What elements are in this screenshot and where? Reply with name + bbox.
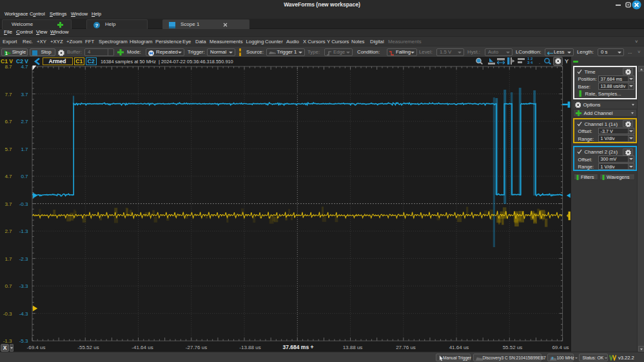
svg-text:2.7: 2.7 [21, 119, 28, 125]
svg-text:-27.76 us: -27.76 us [186, 345, 207, 350]
svg-text:-1.3: -1.3 [19, 228, 28, 234]
svg-text:-0.3: -0.3 [19, 201, 28, 207]
svg-text:-5.3: -5.3 [19, 338, 28, 344]
svg-text:-0.3: -0.3 [3, 311, 12, 317]
svg-text:41.64 us: 41.64 us [449, 345, 469, 350]
svg-text:13.88 us: 13.88 us [343, 345, 363, 350]
svg-text:-1.3: -1.3 [3, 338, 12, 344]
svg-text:0.7: 0.7 [21, 174, 28, 179]
svg-text:0.7: 0.7 [5, 283, 12, 289]
svg-text:55.52 us: 55.52 us [503, 345, 523, 350]
svg-text:6.7: 6.7 [5, 119, 12, 125]
svg-text:1.7: 1.7 [5, 256, 12, 262]
svg-text:27.76 us: 27.76 us [396, 345, 416, 350]
svg-text:-41.64 us: -41.64 us [132, 345, 153, 350]
svg-text:37.684 ms +: 37.684 ms + [283, 344, 314, 350]
svg-text:-4.3: -4.3 [19, 311, 28, 317]
svg-text:3.7: 3.7 [21, 92, 28, 97]
svg-text:1.7: 1.7 [21, 146, 28, 152]
svg-text:-13.88 us: -13.88 us [239, 345, 260, 350]
svg-text:7.7: 7.7 [5, 92, 12, 97]
svg-text:-3.3: -3.3 [19, 283, 28, 289]
svg-text:4.7: 4.7 [5, 174, 12, 179]
svg-text:-55.52 us: -55.52 us [77, 345, 99, 350]
svg-text:2: 2 [551, 356, 553, 360]
svg-text:1: 1 [5, 51, 8, 55]
svg-text:-2.3: -2.3 [19, 256, 28, 262]
svg-text:3.7: 3.7 [5, 201, 12, 207]
svg-text:5.7: 5.7 [5, 146, 12, 152]
svg-text:69.4 us: 69.4 us [552, 345, 569, 350]
svg-text:-69.4 us: -69.4 us [27, 345, 46, 350]
svg-text:2.7: 2.7 [5, 228, 12, 234]
svg-text:?: ? [95, 22, 99, 28]
